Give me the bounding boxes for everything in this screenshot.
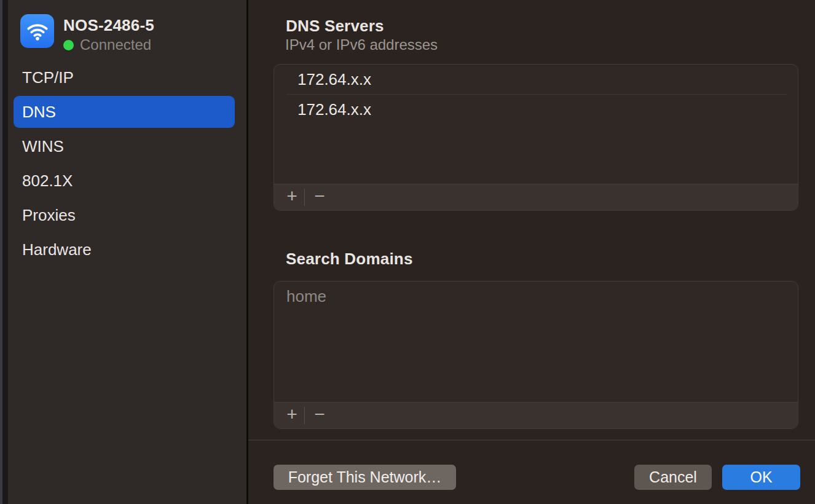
dns-servers-rows: 172.64.x.x172.64.x.x [274, 65, 798, 184]
sidebar-item-label: Proxies [22, 206, 76, 225]
dns-servers-listbox: 172.64.x.x172.64.x.x + − [274, 64, 798, 211]
ok-button[interactable]: OK [722, 465, 800, 490]
sidebar-item-label: DNS [22, 103, 56, 122]
sidebar-item-proxies[interactable]: Proxies [14, 199, 235, 231]
sidebar-item-hardware[interactable]: Hardware [14, 234, 235, 266]
search-domain-remove-button[interactable]: − [310, 403, 329, 428]
plus-minus-separator [304, 407, 305, 424]
content-panel: DNS Servers IPv4 or IPv6 addresses 172.6… [248, 0, 815, 504]
network-header: NOS-2486-5 Connected [0, 0, 246, 59]
search-domains-title: Search Domains [286, 250, 413, 269]
search-domains-listbox: home + − [274, 281, 798, 429]
footer-divider [248, 439, 815, 441]
dns-server-entry[interactable]: 172.64.x.x [274, 95, 798, 124]
search-domain-add-button[interactable]: + [282, 403, 302, 428]
plus-minus-separator [304, 189, 305, 206]
cancel-button[interactable]: Cancel [634, 465, 712, 490]
dns-servers-title: DNS Servers [286, 17, 384, 36]
sidebar-item-wins[interactable]: WINS [14, 130, 235, 162]
sidebar-item-dns[interactable]: DNS [14, 96, 235, 128]
network-status-label: Connected [80, 36, 151, 53]
window-edge-shadow [2, 0, 8, 504]
dns-remove-button[interactable]: − [310, 185, 329, 210]
dns-servers-listbox-footer: + − [274, 184, 798, 210]
sidebar-item-label: 802.1X [22, 171, 73, 191]
dns-add-button[interactable]: + [282, 185, 302, 210]
forget-network-button[interactable]: Forget This Network… [274, 465, 456, 490]
wifi-icon [20, 14, 54, 48]
sidebar-item-802-1x[interactable]: 802.1X [14, 165, 235, 197]
dns-server-entry[interactable]: 172.64.x.x [274, 65, 798, 94]
sidebar: NOS-2486-5 Connected TCP/IPDNSWINS802.1X… [0, 0, 246, 504]
network-status: Connected [63, 36, 151, 53]
search-domain-entry[interactable]: home [274, 282, 798, 311]
search-domains-listbox-footer: + − [274, 402, 798, 428]
sidebar-item-label: WINS [22, 137, 64, 156]
search-domains-rows: home [274, 282, 798, 402]
dns-servers-subtitle: IPv4 or IPv6 addresses [285, 36, 438, 53]
connected-status-dot-icon [63, 40, 74, 50]
sidebar-item-label: TCP/IP [22, 68, 74, 87]
sidebar-nav: TCP/IPDNSWINS802.1XProxiesHardware [14, 61, 235, 268]
sidebar-item-label: Hardware [22, 240, 92, 259]
network-name: NOS-2486-5 [63, 16, 154, 35]
sidebar-item-tcp-ip[interactable]: TCP/IP [14, 61, 235, 93]
